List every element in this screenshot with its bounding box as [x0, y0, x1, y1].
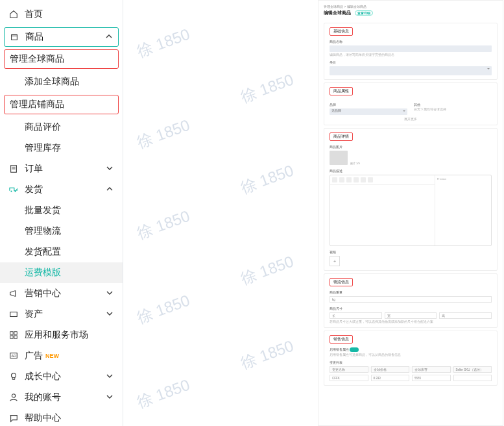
- length-input[interactable]: 长: [330, 312, 382, 319]
- watermark: 徐 1850: [238, 251, 296, 290]
- section-attrs: 商品属性 品牌 无品牌 其他 若无下属性符合请选择 展开更多: [324, 82, 498, 125]
- orders-icon: [9, 164, 19, 173]
- truck-icon: [9, 185, 19, 194]
- sidebar-home-label: 首页: [25, 8, 43, 20]
- user-icon: [9, 393, 19, 402]
- sidebar-ship[interactable]: 发货: [0, 179, 123, 200]
- watermark: 徐 1850: [134, 290, 193, 329]
- product-name-input[interactable]: [330, 45, 492, 52]
- italic-icon[interactable]: [339, 177, 344, 182]
- megaphone-icon: [9, 289, 19, 298]
- section-detail: 商品详情 商品图片 图片 1/9 商品描述 Pr: [324, 128, 498, 271]
- sidebar-sub-add-global[interactable]: 添加全球商品: [0, 71, 123, 92]
- undo-icon[interactable]: [368, 177, 373, 182]
- svg-rect-5: [10, 332, 13, 334]
- home-icon: [9, 10, 19, 19]
- content-area: 徐 1850 徐 1850 徐 1850 徐 1850 徐 1850 徐 185…: [123, 0, 504, 426]
- watermark: 徐 1850: [238, 69, 296, 108]
- description-editor[interactable]: Preview: [330, 175, 492, 246]
- section-basic: 基础信息 商品名称 编辑商品，请填写简单而关键字完整的商品名 类目: [324, 23, 498, 80]
- svg-rect-6: [14, 332, 17, 334]
- sidebar-market[interactable]: 应用和服务市场: [0, 325, 123, 345]
- expand-more-link[interactable]: 展开更多: [330, 118, 492, 121]
- watermark: 徐 1850: [134, 375, 193, 413]
- svg-text:AD: AD: [12, 354, 17, 358]
- sidebar-ship-tpl[interactable]: 运费模版: [0, 262, 123, 283]
- sidebar-home[interactable]: 首页: [0, 4, 123, 25]
- page-title: 编辑全球商品 查看详细: [318, 10, 503, 20]
- watermark: 徐 1850: [134, 115, 193, 153]
- bold-icon[interactable]: [332, 177, 337, 182]
- section-detail-label: 商品详情: [330, 132, 353, 141]
- svg-point-12: [12, 394, 15, 397]
- watermark: 徐 1850: [238, 160, 296, 199]
- chevron-up-icon: [105, 32, 113, 42]
- width-input[interactable]: 宽: [385, 312, 437, 319]
- grid-icon: [9, 331, 19, 340]
- watermark: 徐 1850: [134, 206, 193, 244]
- sidebar-product[interactable]: 商品: [4, 27, 119, 47]
- sidebar-ship-logistics[interactable]: 管理物流: [0, 221, 123, 242]
- sidebar-account[interactable]: 我的账号: [0, 387, 123, 408]
- editor-preview-pane: Preview: [435, 175, 491, 245]
- product-thumb[interactable]: [330, 151, 348, 165]
- section-basic-label: 基础信息: [330, 27, 353, 36]
- editor-toolbar: [330, 175, 435, 185]
- brand-select[interactable]: 无品牌: [330, 108, 407, 115]
- watermark: 徐 1850: [238, 336, 296, 374]
- wallet-icon: [9, 310, 19, 319]
- weight-input[interactable]: kg: [330, 296, 492, 303]
- sidebar-ship-config[interactable]: 发货配置: [0, 242, 123, 262]
- image-icon[interactable]: [354, 177, 359, 182]
- sidebar-growth[interactable]: 成长中心: [0, 366, 123, 387]
- svg-rect-7: [10, 336, 13, 338]
- sidebar-product-label: 商品: [25, 31, 43, 43]
- sidebar-sub-stock[interactable]: 管理库存: [0, 138, 123, 158]
- section-logistics: 物流信息 商品重量 kg 商品尺寸 长 宽 高 若商品尺寸过大或过重，可以选择其…: [324, 273, 498, 328]
- section-logistics-label: 物流信息: [330, 278, 353, 286]
- col-header: 变更名称: [330, 366, 368, 373]
- sidebar-ship-batch[interactable]: 批量发货: [0, 200, 123, 221]
- breadcrumb[interactable]: 管理全球商品 > 编辑全球商品: [318, 1, 503, 10]
- field-label: 类目: [330, 60, 492, 64]
- view-detail-badge[interactable]: 查看详细: [355, 10, 373, 16]
- variant-stock-input[interactable]: 5555: [412, 375, 451, 381]
- sidebar-sub-manage-global[interactable]: 管理全球商品: [4, 49, 119, 69]
- section-attrs-label: 商品属性: [330, 87, 353, 95]
- section-sales-label: 销售信息: [330, 335, 353, 344]
- variant-sku-input[interactable]: [453, 375, 492, 381]
- height-input[interactable]: 高: [439, 312, 492, 319]
- svg-rect-4: [10, 312, 18, 317]
- sidebar-orders[interactable]: 订单: [0, 158, 123, 179]
- col-header: 全球价格: [371, 366, 410, 373]
- ad-icon: AD: [9, 351, 19, 360]
- list-icon[interactable]: [346, 177, 352, 182]
- category-select[interactable]: [330, 66, 492, 75]
- edit-panel: 管理全球商品 > 编辑全球商品 编辑全球商品 查看详细 基础信息 商品名称 编辑…: [318, 0, 503, 426]
- field-hint: 编辑商品，请填写简单而关键字完整的商品名: [330, 53, 492, 56]
- add-video-button[interactable]: +: [330, 256, 340, 266]
- svg-point-3: [15, 191, 16, 192]
- sidebar: 首页 商品 管理全球商品 添加全球商品 管理店铺商品 商品评价 管理库存 订单 …: [0, 0, 123, 426]
- sidebar-sub-manage-shop[interactable]: 管理店铺商品: [4, 95, 119, 114]
- sidebar-asset[interactable]: 资产: [0, 304, 123, 325]
- variant-name-input[interactable]: CFFK: [330, 375, 368, 381]
- product-icon: [10, 32, 20, 42]
- help-icon: [9, 414, 19, 423]
- video-icon[interactable]: [361, 177, 366, 182]
- chevron-down-icon: [106, 371, 114, 382]
- section-sales: 销售信息 启用销售属性 启用销售属性可选择商品，可以从商品的销售信息 变更列表 …: [324, 331, 498, 386]
- variant-price-input[interactable]: 8.333: [371, 375, 410, 381]
- sidebar-ads[interactable]: AD 广告 NEW: [0, 345, 123, 366]
- sidebar-sub-reviews[interactable]: 商品评价: [0, 117, 123, 138]
- chevron-down-icon: [106, 309, 114, 320]
- chevron-down-icon: [106, 164, 114, 174]
- sidebar-marketing[interactable]: 营销中心: [0, 283, 123, 304]
- sidebar-help[interactable]: 帮助中心: [0, 408, 123, 426]
- watermark: 徐 1850: [134, 24, 193, 62]
- chevron-down-icon: [106, 288, 114, 299]
- svg-point-11: [12, 373, 16, 378]
- new-badge: NEW: [45, 353, 59, 359]
- chevron-up-icon: [106, 184, 114, 195]
- sales-toggle[interactable]: [350, 347, 359, 352]
